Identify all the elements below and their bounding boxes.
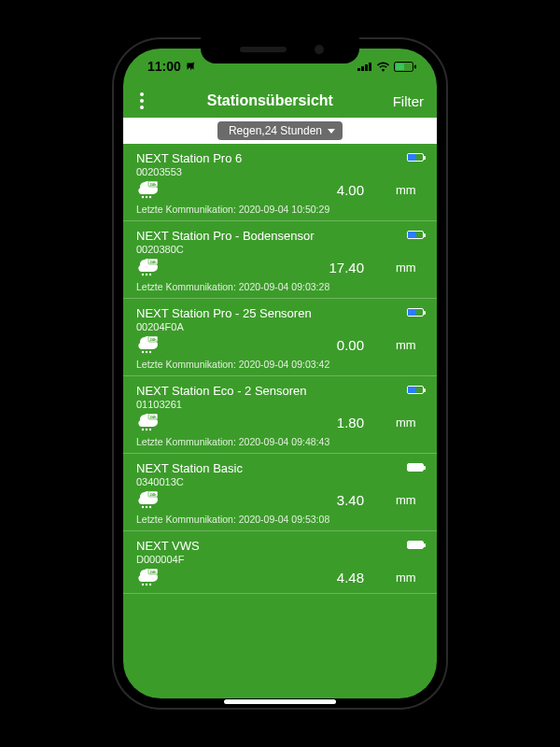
station-id: D000004F: [136, 554, 424, 565]
station-name: NEXT VWS: [136, 539, 424, 553]
station-row[interactable]: NEXT Station Eco - 2 Sensoren0110326124h…: [123, 376, 437, 454]
station-unit: mm: [396, 571, 424, 585]
battery-icon: [407, 541, 424, 549]
station-comm: Letzte Kommunikation: 2020-09-04 09:48:4…: [136, 436, 424, 447]
svg-text:24h: 24h: [150, 570, 157, 574]
svg-point-20: [146, 351, 147, 353]
wifi-icon: [376, 62, 390, 72]
navbar: Stationsübersicht Filter: [123, 84, 437, 118]
battery-status-icon: [394, 62, 416, 72]
station-row[interactable]: NEXT VWSD000004F24h4.48mm: [123, 531, 437, 594]
station-row[interactable]: NEXT Station Pro 60020355324h4.00mmLetzt…: [123, 144, 437, 221]
station-name: NEXT Station Pro - 25 Sensoren: [136, 306, 424, 320]
station-value: 17.40: [166, 260, 396, 275]
station-unit: mm: [396, 338, 424, 352]
status-right: [357, 62, 416, 72]
station-value: 3.40: [166, 492, 396, 508]
rain-24h-icon: 24h: [136, 567, 166, 587]
filter-button[interactable]: Filter: [393, 93, 424, 109]
location-icon: [185, 61, 196, 72]
dropdown-label: Regen,24 Stunden: [229, 124, 322, 137]
svg-point-19: [142, 351, 144, 353]
svg-point-11: [149, 196, 151, 198]
svg-text:24h: 24h: [150, 337, 157, 342]
rain-24h-icon: 24h: [136, 489, 166, 510]
metric-dropdown[interactable]: Regen,24 Stunden: [217, 121, 343, 140]
station-unit: mm: [396, 493, 424, 507]
station-comm: Letzte Kommunikation: 2020-09-04 10:50:2…: [136, 204, 424, 215]
svg-text:24h: 24h: [150, 415, 157, 419]
station-name: NEXT Station Eco - 2 Sensoren: [136, 384, 424, 398]
station-name: NEXT Station Pro 6: [136, 151, 424, 165]
station-list[interactable]: NEXT Station Pro 60020355324h4.00mmLetzt…: [123, 144, 437, 698]
phone-frame: 11:00 Stationsübersicht Filter Regen,24 …: [112, 37, 448, 710]
station-unit: mm: [396, 416, 424, 430]
svg-point-24: [142, 429, 144, 430]
svg-point-14: [142, 274, 144, 275]
svg-point-15: [146, 274, 147, 275]
svg-rect-0: [357, 68, 360, 71]
station-unit: mm: [396, 261, 424, 275]
svg-point-29: [142, 506, 144, 508]
svg-point-16: [149, 274, 151, 275]
battery-icon: [407, 153, 424, 162]
battery-icon: [407, 231, 424, 239]
station-value: 4.00: [166, 182, 396, 198]
svg-text:24h: 24h: [150, 260, 157, 264]
svg-point-31: [149, 506, 151, 508]
battery-icon: [407, 463, 424, 472]
svg-point-21: [149, 351, 151, 353]
station-row[interactable]: NEXT Station Basic0340013C24h3.40mmLetzt…: [123, 454, 437, 531]
svg-point-10: [146, 196, 147, 198]
station-row[interactable]: NEXT Station Pro - 25 Sensoren00204F0A24…: [123, 299, 437, 376]
station-value: 0.00: [166, 337, 396, 353]
svg-rect-1: [361, 66, 364, 71]
svg-point-25: [146, 429, 147, 430]
svg-point-36: [149, 584, 151, 585]
station-name: NEXT Station Basic: [136, 461, 424, 475]
rain-24h-icon: 24h: [136, 179, 166, 200]
page-title: Stationsübersicht: [207, 92, 333, 109]
battery-icon: [407, 308, 424, 317]
svg-point-9: [142, 196, 144, 198]
station-comm: Letzte Kommunikation: 2020-09-04 09:03:4…: [136, 359, 424, 370]
station-id: 00204F0A: [136, 321, 424, 332]
screen: 11:00 Stationsübersicht Filter Regen,24 …: [123, 49, 437, 698]
station-value: 4.48: [166, 570, 396, 585]
cellular-icon: [357, 62, 372, 71]
rain-24h-icon: 24h: [136, 334, 166, 355]
menu-button[interactable]: [136, 89, 147, 113]
station-row[interactable]: NEXT Station Pro - Bodensensor0020380C24…: [123, 221, 437, 299]
svg-point-30: [146, 506, 147, 508]
station-id: 0340013C: [136, 476, 424, 487]
svg-rect-5: [396, 63, 404, 70]
device-notch: [201, 37, 359, 63]
station-id: 00203553: [136, 166, 424, 177]
rain-24h-icon: 24h: [136, 412, 166, 432]
station-comm: Letzte Kommunikation: 2020-09-04 09:03:2…: [136, 281, 424, 292]
station-id: 01103261: [136, 399, 424, 410]
status-time: 11:00: [147, 59, 181, 74]
svg-rect-3: [369, 63, 371, 71]
filter-bar: Regen,24 Stunden: [123, 118, 437, 144]
svg-rect-6: [414, 64, 416, 68]
station-unit: mm: [396, 183, 424, 197]
station-comm: Letzte Kommunikation: 2020-09-04 09:53:0…: [136, 514, 424, 525]
chevron-down-icon: [328, 129, 335, 134]
station-id: 0020380C: [136, 244, 424, 255]
svg-point-35: [146, 584, 147, 585]
svg-point-26: [149, 429, 151, 430]
rain-24h-icon: 24h: [136, 257, 166, 277]
status-left: 11:00: [147, 59, 196, 74]
battery-icon: [407, 386, 424, 394]
svg-text:24h: 24h: [150, 492, 157, 497]
svg-point-34: [142, 584, 144, 585]
station-value: 1.80: [166, 415, 396, 430]
svg-rect-2: [365, 64, 368, 71]
home-indicator[interactable]: [224, 699, 336, 704]
station-name: NEXT Station Pro - Bodensensor: [136, 229, 424, 243]
svg-text:24h: 24h: [150, 182, 157, 187]
